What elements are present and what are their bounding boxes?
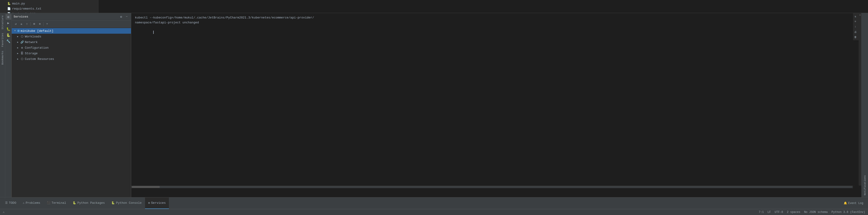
services-title: Services <box>13 15 28 19</box>
tree-item-workloads[interactable]: ▶ ⬡ Workloads <box>12 34 131 39</box>
workloads-label: Workloads <box>25 35 41 38</box>
services-panel: Services ⚙ − ↺ ⇊ ⇑ ⊞ ⊕ + <box>12 13 131 197</box>
debug-icon-btn[interactable]: 🐛 <box>6 26 11 32</box>
tab-python-console[interactable]: 🐍 Python Console <box>108 198 145 209</box>
services-tab-icon: ⚙ <box>148 201 150 205</box>
network-arrow: ▶ <box>17 41 19 43</box>
toolbar-sep-1 <box>30 22 31 26</box>
file-item-requirements[interactable]: 📄 requirements.txt <box>0 6 98 11</box>
status-position[interactable]: 7:1 <box>759 211 764 214</box>
status-bar: ⚠ 7:1 LF UTF-8 2 spaces No JSON schema P… <box>0 209 868 215</box>
py-icon: 🐍 <box>7 2 11 5</box>
services-header: Services ⚙ − <box>12 13 131 21</box>
event-log-label[interactable]: Event Log <box>848 202 863 205</box>
status-line-ending[interactable]: LF <box>768 211 771 214</box>
terminal-icon: ⬛ <box>47 201 50 205</box>
txt-icon: 📄 <box>7 7 11 10</box>
storage-label: Storage <box>25 52 38 55</box>
tab-python-packages-label: Python Packages <box>77 201 105 205</box>
right-icon-2[interactable]: ≡ <box>853 19 858 24</box>
file-name-requirements: requirements.txt <box>12 7 41 10</box>
custom-resources-label: Custom Resources <box>25 57 54 61</box>
h-scrollbar-track <box>132 186 852 188</box>
status-encoding[interactable]: UTF-8 <box>775 211 783 214</box>
tab-terminal-label: Terminal <box>52 201 66 205</box>
right-icon-5[interactable]: 🗑 <box>853 35 858 39</box>
tab-todo[interactable]: ☰ TODO <box>2 198 20 209</box>
tree-item-configuration[interactable]: ▶ ⚙ Configuration <box>12 45 131 50</box>
minikube-status-dot <box>17 30 20 32</box>
services-title-area: Services <box>13 15 28 19</box>
tab-services[interactable]: ⚙ Services <box>145 198 169 209</box>
python-console-icon: 🐍 <box>111 201 115 205</box>
python-packages-icon: 🐍 <box>73 201 76 205</box>
expand-all-btn[interactable]: ⇑ <box>24 22 30 27</box>
terminal-cursor <box>153 31 154 34</box>
python-icon-btn[interactable]: 🐍 <box>6 32 11 38</box>
status-python-env[interactable]: Python 3.8 (FastEnv) <box>832 211 865 214</box>
tab-terminal[interactable]: ⬛ Terminal <box>43 198 69 209</box>
storage-icon: 🗄 <box>20 51 24 55</box>
tree-item-minikube[interactable]: ▼ minikube [default] <box>12 28 131 34</box>
status-indent[interactable]: 2 spaces <box>787 211 801 214</box>
top-file-area: 🐍 main.py 📄 requirements.txt 📄 test_main… <box>0 0 868 13</box>
terminal-content[interactable]: kubectl --kubeconfig=/home/mukul/.cache/… <box>131 13 862 197</box>
run-icon-btn[interactable]: ▶ <box>6 20 11 26</box>
add-cluster-btn[interactable]: ⊞ <box>32 22 37 27</box>
right-icon-4[interactable]: 🖨 <box>853 30 858 34</box>
right-tab-bar: Notifications <box>862 13 868 197</box>
tab-python-packages[interactable]: 🐍 Python Packages <box>69 198 108 209</box>
file-name-main-py: main.py <box>12 2 25 5</box>
tab-todo-label: TODO <box>9 201 16 205</box>
refresh-btn[interactable]: ↺ <box>13 22 18 27</box>
tree-item-storage[interactable]: ▶ 🗄 Storage <box>12 50 131 56</box>
terminal-line-1: kubectl --kubeconfig=/home/mukul/.cache/… <box>135 15 858 20</box>
configuration-label: Configuration <box>25 46 49 49</box>
right-icon-3[interactable]: ↕ <box>853 24 858 29</box>
custom-resources-icon: ⬡ <box>20 57 24 61</box>
left-side-tabs: Structure Favorites Bookmarks <box>0 13 5 197</box>
todo-icon: ☰ <box>5 201 8 205</box>
problems-icon: ⚠ <box>23 201 24 205</box>
minikube-label: minikube [default] <box>21 29 54 33</box>
collapse-all-btn[interactable]: ⇊ <box>19 22 24 27</box>
notifications-label[interactable]: Notifications <box>863 13 867 197</box>
settings-btn[interactable]: ⚙ <box>119 14 123 19</box>
tree-item-custom-resources[interactable]: ▶ ⬡ Custom Resources <box>12 56 131 62</box>
warning-icon: ⚠ <box>3 210 4 214</box>
h-scrollbar-thumb <box>132 186 160 188</box>
status-left: ⚠ <box>3 210 4 214</box>
add-node-btn[interactable]: ⊕ <box>37 22 42 27</box>
tab-python-console-label: Python Console <box>116 201 142 205</box>
terminal-scrollbar[interactable]: ▲ <box>859 13 862 185</box>
tab-problems-label: Problems <box>26 201 40 205</box>
services-header-buttons: ⚙ − <box>119 14 129 19</box>
minikube-arrow: ▼ <box>13 30 17 32</box>
scrollbar-up-arrow[interactable]: ▲ <box>859 13 862 17</box>
configuration-icon: ⚙ <box>20 46 24 49</box>
tree-item-network[interactable]: ▶ 🔗 Network <box>12 39 131 45</box>
bookmarks-label[interactable]: Bookmarks <box>1 49 4 66</box>
configuration-arrow: ▶ <box>17 46 19 49</box>
storage-arrow: ▶ <box>17 52 19 55</box>
content-area: kubectl --kubeconfig=/home/mukul/.cache/… <box>131 13 862 197</box>
custom-resources-arrow: ▶ <box>17 58 19 60</box>
structure-label[interactable]: Structure <box>1 14 4 31</box>
workloads-arrow: ▶ <box>17 35 19 38</box>
file-item-main-py[interactable]: 🐍 main.py <box>0 1 98 6</box>
right-icon-1[interactable]: ⇅ <box>853 14 858 19</box>
h-scrollbar[interactable] <box>131 185 853 188</box>
terminal-cursor-line <box>135 25 858 40</box>
add-btn[interactable]: + <box>44 22 50 27</box>
minimize-btn[interactable]: − <box>124 14 129 19</box>
terminal-line-2: namespace/fastapi-project unchanged <box>135 20 858 25</box>
services-icon-btn[interactable]: ⚙ <box>6 14 11 20</box>
network-icon: 🔗 <box>20 40 24 44</box>
status-right: 7:1 LF UTF-8 2 spaces No JSON schema Pyt… <box>759 211 865 214</box>
tab-problems[interactable]: ⚠ Problems <box>20 198 43 209</box>
favorites-label[interactable]: Favorites <box>1 32 4 48</box>
left-icon-toolbar: ⚙ ▶ 🐛 🐍 🔧 <box>5 13 12 197</box>
status-json-schema[interactable]: No JSON schema <box>804 211 828 214</box>
tools-icon-btn[interactable]: 🔧 <box>6 38 11 44</box>
tab-services-label: Services <box>151 201 166 205</box>
